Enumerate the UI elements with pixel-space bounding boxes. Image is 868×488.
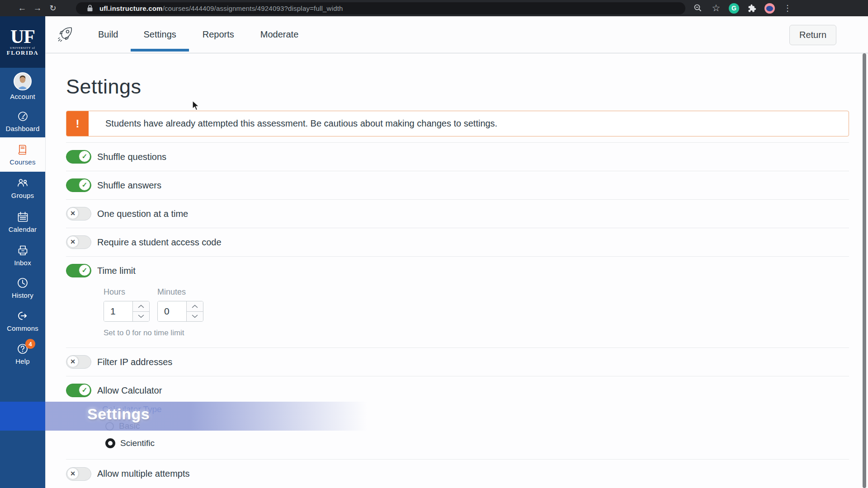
calculator-option-scientific[interactable]: Scientific (102, 435, 849, 452)
sidebar-item-commons[interactable]: Commons (0, 305, 45, 337)
bookmark-star-icon[interactable]: ☆ (711, 3, 722, 14)
minutes-increment-button[interactable] (187, 301, 203, 311)
extensions-puzzle-icon[interactable] (746, 3, 757, 14)
row-shuffle-questions: Shuffle questions (66, 143, 849, 171)
help-badge: 4 (25, 339, 35, 349)
sidebar-item-help[interactable]: 4 Help (0, 337, 45, 371)
settings-rows: Shuffle questions Shuffle answers One qu… (66, 142, 849, 488)
inbox-icon (16, 244, 29, 257)
hours-decrement-button[interactable] (133, 311, 149, 322)
user-avatar (14, 72, 32, 90)
courses-book-icon (16, 143, 29, 156)
allow-calculator-toggle[interactable] (66, 384, 91, 397)
multiple-attempts-toggle[interactable] (66, 467, 91, 481)
sidebar-item-groups[interactable]: Groups (0, 172, 45, 204)
lock-icon (87, 5, 93, 12)
warning-icon: ! (66, 111, 89, 136)
page-title: Settings (66, 76, 849, 99)
minutes-input[interactable] (158, 301, 186, 321)
help-question-icon: 4 (16, 343, 29, 355)
browser-reload-icon[interactable]: ↻ (45, 3, 61, 13)
minutes-label: Minutes (157, 287, 203, 297)
browser-toolbar: ← → ↻ ufl.instructure.com/courses/444409… (0, 0, 868, 16)
grammarly-extension-icon[interactable]: G (729, 3, 739, 14)
time-limit-hint: Set to 0 for no time limit (104, 328, 849, 338)
mouse-cursor (192, 100, 202, 113)
row-one-question: One question at a time (66, 200, 849, 228)
sidebar-item-calendar[interactable]: Calendar (0, 204, 45, 239)
groups-people-icon (16, 177, 29, 189)
calendar-icon (16, 211, 29, 223)
sidebar-item-account[interactable]: Account (0, 68, 45, 105)
sidebar-item-inbox[interactable]: Inbox (0, 239, 45, 271)
row-shuffle-answers: Shuffle answers (66, 171, 849, 200)
zoom-out-icon[interactable] (693, 3, 703, 14)
minutes-decrement-button[interactable] (187, 311, 203, 322)
history-clock-icon (16, 277, 29, 289)
browser-menu-icon[interactable]: ⋮ (782, 3, 793, 14)
hours-stepper (104, 301, 150, 322)
shuffle-questions-toggle[interactable] (66, 150, 91, 164)
browser-profile-avatar[interactable] (764, 3, 775, 14)
return-button[interactable]: Return (789, 25, 836, 45)
tab-reports[interactable]: Reports (203, 18, 234, 52)
tab-moderate[interactable]: Moderate (260, 18, 299, 52)
time-limit-subsection: Hours Minutes (66, 285, 849, 347)
vertical-scrollbar-thumb[interactable] (863, 53, 866, 488)
scientific-radio[interactable] (105, 438, 115, 448)
access-code-toggle[interactable] (66, 235, 91, 249)
hours-input[interactable] (104, 301, 132, 321)
row-access-code: Require a student access code (66, 228, 849, 257)
sidebar-item-history[interactable]: History (0, 271, 45, 305)
row-filter-ip: Filter IP addresses (66, 348, 849, 376)
time-limit-toggle[interactable] (66, 264, 91, 277)
row-multiple-attempts: Allow multiple attempts (66, 460, 849, 488)
shuffle-answers-toggle[interactable] (66, 178, 91, 192)
tab-build[interactable]: Build (98, 18, 118, 52)
browser-forward-icon[interactable]: → (30, 3, 45, 13)
warning-text: Students have already attempted this ass… (89, 111, 497, 136)
url-domain: ufl.instructure.com (99, 5, 163, 12)
minutes-stepper (157, 301, 203, 322)
transition-band-title: Settings (87, 405, 150, 423)
hours-increment-button[interactable] (133, 301, 149, 311)
hours-label: Hours (104, 287, 150, 297)
transition-band-sidebar (0, 402, 45, 431)
quiz-tabbar: Build Settings Reports Moderate Return (46, 16, 868, 53)
browser-back-icon[interactable]: ← (14, 3, 30, 13)
dashboard-gauge-icon (16, 110, 29, 122)
commons-share-icon (16, 310, 29, 322)
url-path: /courses/444409/assignments/4924093?disp… (163, 5, 343, 12)
url-bar[interactable]: ufl.instructure.com/courses/444409/assig… (76, 2, 685, 14)
new-quizzes-rocket-icon[interactable] (56, 25, 75, 44)
sidebar-item-dashboard[interactable]: Dashboard (0, 105, 45, 137)
uf-logo[interactable]: UF UNIVERSITY of FLORIDA (0, 16, 45, 68)
warning-banner: ! Students have already attempted this a… (66, 111, 849, 136)
tab-settings[interactable]: Settings (143, 18, 176, 52)
row-time-limit: Time limit Hours (66, 257, 849, 348)
sidebar-item-courses[interactable]: Courses (0, 137, 45, 172)
one-question-toggle[interactable] (66, 207, 91, 221)
filter-ip-toggle[interactable] (66, 355, 91, 369)
